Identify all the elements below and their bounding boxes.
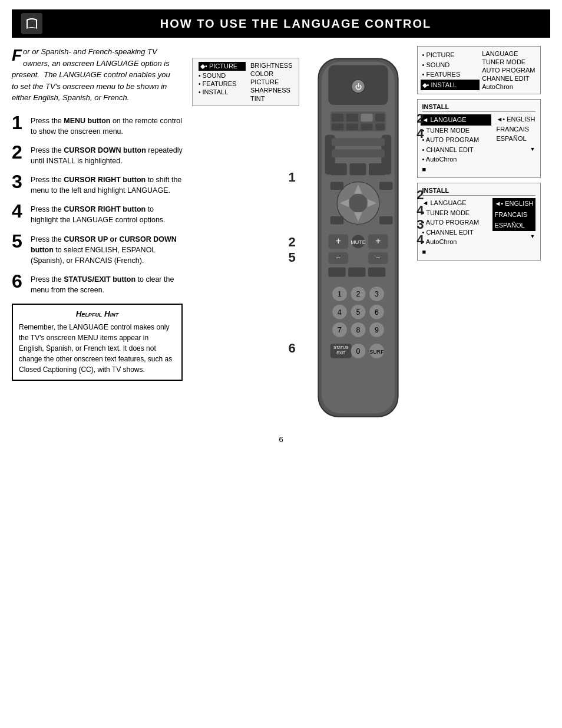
svg-rect-18 <box>330 163 346 175</box>
panel2-title: INSTALL <box>422 103 535 112</box>
step-5: 5 Press the CURSOR UP or CURSOR DOWN but… <box>12 232 183 266</box>
svg-text:7: 7 <box>338 326 342 334</box>
svg-rect-27 <box>330 182 343 190</box>
panel-install-inner: • PICTURE • SOUND • FEATURES ◆• INSTALL … <box>422 50 535 90</box>
menu-sub-brightness: BRIGHTNESS <box>250 62 293 69</box>
svg-rect-12 <box>361 124 372 130</box>
panel-left-col: • PICTURE • SOUND • FEATURES ◆• INSTALL <box>422 50 480 90</box>
step-5-text: Press the CURSOR UP or CURSOR DOWN butto… <box>31 232 183 266</box>
panel2-channel: • CHANNEL EDIT <box>422 145 492 155</box>
svg-rect-11 <box>346 124 358 130</box>
panel-language: LANGUAGE <box>482 50 535 57</box>
step-1-text: Press the MENU button on the remote cont… <box>31 113 183 137</box>
svg-rect-28 <box>379 182 393 190</box>
panel2-espanol: ESPAÑOL <box>496 134 535 144</box>
panel-sound: • SOUND <box>422 60 480 70</box>
svg-text:0: 0 <box>356 347 360 355</box>
panel2-auto: • AUTO PROGRAM <box>422 135 492 145</box>
svg-text:−: − <box>336 253 340 262</box>
svg-rect-7 <box>346 114 358 122</box>
drop-cap: F <box>12 47 22 64</box>
step-4: 4 Press the CURSOR RIGHT button to highl… <box>12 202 183 225</box>
panel3-english: ◄• ENGLISH <box>492 198 535 209</box>
svg-text:⏻: ⏻ <box>355 83 361 90</box>
step-2-text: Press the CURSOR DOWN button repeatedly … <box>31 143 183 166</box>
badge-2-4-mid: 24 <box>416 187 424 218</box>
panel-install-english: INSTALL ◄ LANGUAGE • TUNER MODE • AUTO P… <box>417 183 541 261</box>
panel3-down-arrow: ▼ <box>492 233 535 239</box>
svg-rect-43 <box>368 268 385 277</box>
page-number: 6 <box>0 423 562 450</box>
panel-tuner-mode: TUNER MODE <box>482 58 535 65</box>
svg-text:6: 6 <box>375 308 379 317</box>
svg-text:4: 4 <box>338 308 342 317</box>
panel3-title: INSTALL <box>422 187 535 196</box>
hint-text: Remember, the LANGUAGE control makes onl… <box>19 322 176 375</box>
menu-item-features: FEATURES <box>199 80 246 87</box>
hint-box: Helpful Hint Remember, the LANGUAGE cont… <box>12 304 183 381</box>
book-icon <box>21 13 42 34</box>
panel3-francais: FRANCAIS <box>492 209 535 220</box>
svg-text:+: + <box>335 236 340 246</box>
svg-rect-8 <box>361 114 372 122</box>
badge-1: 1 <box>289 170 296 185</box>
svg-rect-6 <box>332 114 343 122</box>
page-title: How to Use the Language Control <box>51 17 541 31</box>
menu-item-sound: SOUND <box>199 72 246 79</box>
svg-rect-20 <box>369 163 385 175</box>
step-6-number: 6 <box>12 272 25 291</box>
panel2-tuner: • TUNER MODE <box>422 126 492 136</box>
svg-text:MUTE: MUTE <box>351 239 366 245</box>
svg-text:+: + <box>375 236 381 246</box>
step-5-number: 5 <box>12 232 25 251</box>
panel2-language: ◄ LANGUAGE <box>421 114 492 126</box>
svg-rect-19 <box>349 163 366 175</box>
panel3-autochron: • AutoChron <box>422 237 488 247</box>
panel2-autochron: • AutoChron <box>422 154 492 164</box>
svg-text:STATUS: STATUS <box>333 345 348 350</box>
menu-sub-tint: TINT <box>250 95 293 102</box>
step-3: 3 Press the CURSOR RIGHT button to shift… <box>12 172 183 196</box>
svg-rect-13 <box>375 124 385 130</box>
step-1: 1 Press the MENU button on the remote co… <box>12 113 183 137</box>
svg-text:2: 2 <box>356 290 360 298</box>
menu-item-install: INSTALL <box>199 88 246 95</box>
svg-text:3: 3 <box>375 290 379 298</box>
step-6: 6 Press the STATUS/EXIT button to clear … <box>12 272 183 295</box>
right-column: ◆• PICTURE SOUND FEATURES INSTALL BRIGHT… <box>192 46 550 423</box>
hint-title: Helpful Hint <box>19 309 176 318</box>
svg-rect-9 <box>375 114 385 122</box>
panel3-language: ◄ LANGUAGE <box>422 198 488 208</box>
step-2: 2 Press the CURSOR DOWN button repeatedl… <box>12 143 183 166</box>
svg-rect-30 <box>379 216 393 225</box>
step-4-number: 4 <box>12 202 25 220</box>
panel-right-col: LANGUAGE TUNER MODE AUTO PROGRAM CHANNEL… <box>482 50 535 90</box>
svg-rect-42 <box>348 268 365 277</box>
step-1-number: 1 <box>12 113 25 132</box>
panel-channel-edit: CHANNEL EDIT <box>482 75 535 82</box>
panel-install-highlighted: ◆• INSTALL <box>421 80 480 91</box>
page-header: How to Use the Language Control <box>12 9 550 38</box>
svg-rect-10 <box>332 124 343 130</box>
main-content: For or Spanish- and French-speaking TV o… <box>0 38 562 423</box>
svg-text:EXIT: EXIT <box>336 351 345 355</box>
panel-install-language: INSTALL ◄ LANGUAGE • TUNER MODE • AUTO P… <box>417 99 541 178</box>
step-3-number: 3 <box>12 172 25 191</box>
menu-screen-1: ◆• PICTURE SOUND FEATURES INSTALL BRIGHT… <box>192 58 299 106</box>
svg-text:−: − <box>375 253 380 262</box>
panel-autochron: AutoChron <box>482 83 535 90</box>
svg-rect-41 <box>328 268 345 277</box>
step-2-number: 2 <box>12 143 25 162</box>
svg-text:1: 1 <box>338 290 342 298</box>
panel2-down-arrow: ▼ <box>496 146 535 152</box>
panel-auto-program: AUTO PROGRAM <box>482 67 535 74</box>
svg-rect-16 <box>332 138 385 146</box>
svg-text:SURF: SURF <box>369 349 384 355</box>
remote-control[interactable]: ⏻ <box>305 52 411 423</box>
badge-2-4-top: 24 <box>416 111 424 141</box>
svg-text:9: 9 <box>375 326 379 334</box>
panel2-francais: FRANCAIS <box>496 124 535 134</box>
panel2-english: ◄• ENGLISH <box>496 114 535 124</box>
left-column: For or Spanish- and French-speaking TV o… <box>12 46 183 423</box>
icon-svg <box>25 17 39 31</box>
